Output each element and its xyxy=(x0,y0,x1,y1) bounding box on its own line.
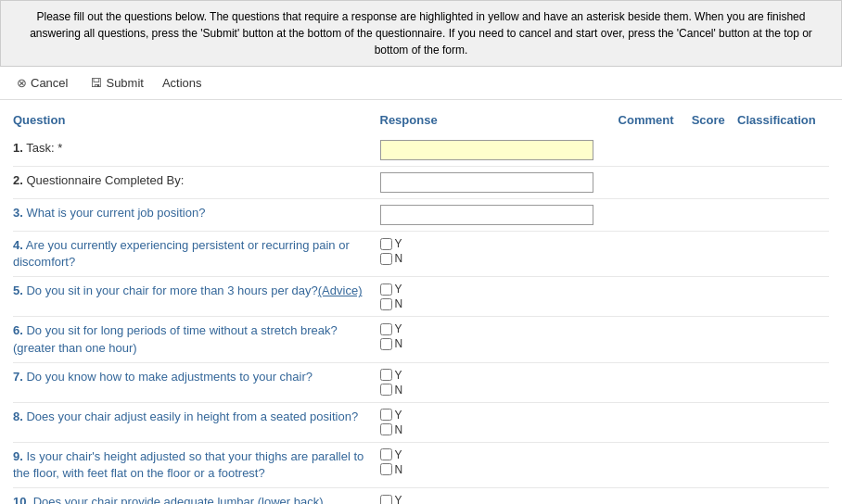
response-cell-1 xyxy=(380,140,619,160)
notice-bar: Please fill out the questions below. The… xyxy=(0,0,842,67)
question-7: 7. Do you know how to make adjustments t… xyxy=(13,369,380,385)
checkbox-y-7[interactable] xyxy=(380,369,392,381)
response-cell-9: YN xyxy=(380,448,619,476)
table-row: 10. Does your chair provide adequate lum… xyxy=(13,488,829,504)
question-8: 8. Does your chair adjust easily in heig… xyxy=(13,409,380,425)
text-input-3[interactable] xyxy=(380,205,593,225)
checkbox-y-8[interactable] xyxy=(380,409,392,421)
col-header-score: Score xyxy=(692,113,737,127)
question-3: 3. What is your current job position? xyxy=(13,205,380,221)
yn-y-7[interactable]: Y xyxy=(380,369,403,382)
submit-icon: 🖫 xyxy=(90,76,102,90)
yn-label-n-7: N xyxy=(395,384,403,397)
yn-n-9[interactable]: N xyxy=(380,463,403,476)
question-10: 10. Does your chair provide adequate lum… xyxy=(13,494,380,504)
yn-label-n-9: N xyxy=(395,463,403,476)
checkbox-n-6[interactable] xyxy=(380,338,392,350)
yn-group-8: YN xyxy=(380,409,403,436)
toolbar: ⊗ Cancel 🖫 Submit Actions xyxy=(0,67,842,100)
yn-group-7: YN xyxy=(380,369,403,397)
text-input-2[interactable] xyxy=(380,172,593,193)
yn-label-y-9: Y xyxy=(395,448,402,461)
checkbox-y-10[interactable] xyxy=(380,495,392,504)
yn-group-4: YN xyxy=(380,237,403,265)
response-cell-10: YN xyxy=(380,494,619,504)
cancel-button[interactable]: ⊗ Cancel xyxy=(13,74,71,92)
yn-label-y-10: Y xyxy=(395,494,402,504)
response-cell-8: YN xyxy=(380,409,619,436)
checkbox-n-9[interactable] xyxy=(380,463,392,475)
notice-text: Please fill out the questions below. The… xyxy=(30,10,812,57)
table-row: 1. Task: * xyxy=(13,134,829,167)
yn-label-n-5: N xyxy=(395,297,403,310)
yn-y-5[interactable]: Y xyxy=(380,283,403,296)
table-row: 8. Does your chair adjust easily in heig… xyxy=(13,403,829,443)
text-input-1[interactable] xyxy=(380,140,593,160)
yn-label-y-7: Y xyxy=(395,369,402,382)
response-cell-5: YN xyxy=(380,283,619,310)
checkbox-y-9[interactable] xyxy=(380,448,392,460)
table-row: 4. Are you currently experiencing persis… xyxy=(13,232,829,277)
column-headers: Question Response Comment Score Classifi… xyxy=(13,109,829,134)
checkbox-y-4[interactable] xyxy=(380,238,392,250)
yn-label-n-6: N xyxy=(395,337,403,350)
yn-y-6[interactable]: Y xyxy=(380,322,403,335)
yn-n-7[interactable]: N xyxy=(380,384,403,397)
response-cell-7: YN xyxy=(380,369,619,397)
question-1: 1. Task: * xyxy=(13,140,380,157)
yn-group-10: YN xyxy=(380,494,403,504)
yn-y-9[interactable]: Y xyxy=(380,448,403,461)
checkbox-y-6[interactable] xyxy=(380,323,392,335)
col-header-question: Question xyxy=(13,113,380,127)
question-9: 9. Is your chair's height adjusted so th… xyxy=(13,448,380,482)
table-row: 2. Questionnaire Completed By: xyxy=(13,167,829,199)
yn-n-6[interactable]: N xyxy=(380,337,403,350)
yn-n-8[interactable]: N xyxy=(380,423,403,436)
checkbox-n-5[interactable] xyxy=(380,298,392,310)
submit-button[interactable]: 🖫 Submit xyxy=(86,74,147,92)
yn-label-y-4: Y xyxy=(395,237,402,250)
response-cell-3 xyxy=(380,205,619,225)
checkbox-n-4[interactable] xyxy=(380,253,392,265)
yn-group-5: YN xyxy=(380,283,403,310)
yn-y-4[interactable]: Y xyxy=(380,237,403,250)
form-area: Question Response Comment Score Classifi… xyxy=(0,100,842,504)
form-rows: 1. Task: *2. Questionnaire Completed By:… xyxy=(13,134,829,504)
actions-menu[interactable]: Actions xyxy=(162,76,202,90)
yn-y-8[interactable]: Y xyxy=(380,409,403,422)
yn-label-y-6: Y xyxy=(395,322,402,335)
advice-link[interactable]: (Advice) xyxy=(318,284,363,297)
response-cell-6: YN xyxy=(380,322,619,350)
table-row: 3. What is your current job position? xyxy=(13,199,829,232)
yn-group-6: YN xyxy=(380,322,403,350)
question-6: 6. Do you sit for long periods of time w… xyxy=(13,322,380,356)
yn-group-9: YN xyxy=(380,448,403,476)
checkbox-n-7[interactable] xyxy=(380,384,392,396)
response-cell-4: YN xyxy=(380,237,619,265)
yn-label-y-8: Y xyxy=(395,409,402,422)
question-2: 2. Questionnaire Completed By: xyxy=(13,172,380,189)
yn-label-n-8: N xyxy=(395,423,403,436)
cancel-icon: ⊗ xyxy=(17,76,27,90)
checkbox-n-8[interactable] xyxy=(380,423,392,435)
col-header-comment: Comment xyxy=(619,113,692,127)
yn-n-4[interactable]: N xyxy=(380,252,403,265)
question-5: 5. Do you sit in your chair for more tha… xyxy=(13,283,380,299)
checkbox-y-5[interactable] xyxy=(380,284,392,296)
table-row: 7. Do you know how to make adjustments t… xyxy=(13,363,829,403)
cancel-label: Cancel xyxy=(31,76,68,90)
col-header-classification: Classification xyxy=(737,113,829,127)
yn-y-10[interactable]: Y xyxy=(380,494,403,504)
response-cell-2 xyxy=(380,172,619,193)
question-4: 4. Are you currently experiencing persis… xyxy=(13,237,380,271)
table-row: 9. Is your chair's height adjusted so th… xyxy=(13,443,829,488)
table-row: 6. Do you sit for long periods of time w… xyxy=(13,317,829,362)
yn-label-y-5: Y xyxy=(395,283,402,296)
table-row: 5. Do you sit in your chair for more tha… xyxy=(13,277,829,317)
submit-label: Submit xyxy=(106,76,143,90)
col-header-response: Response xyxy=(380,113,619,127)
yn-n-5[interactable]: N xyxy=(380,297,403,310)
yn-label-n-4: N xyxy=(395,252,403,265)
